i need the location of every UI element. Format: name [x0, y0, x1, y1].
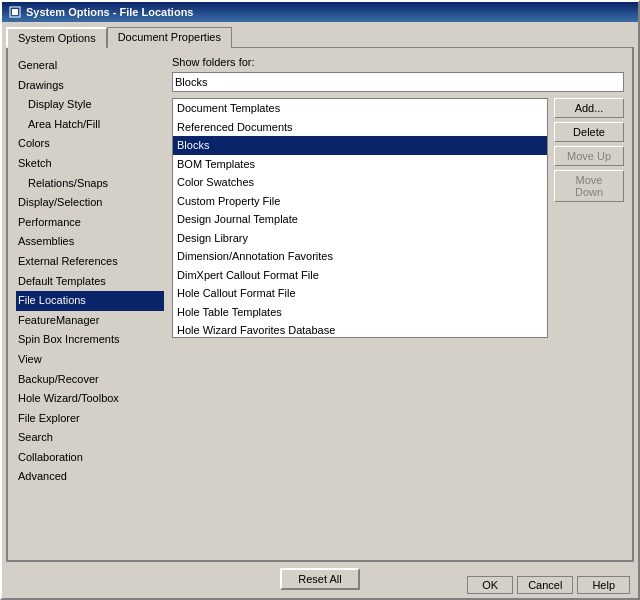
nav-item-default-templates[interactable]: Default Templates [16, 272, 164, 292]
nav-item-file-locations[interactable]: File Locations [16, 291, 164, 311]
nav-item-colors[interactable]: Colors [16, 134, 164, 154]
list-item[interactable]: Custom Property File [173, 192, 547, 211]
nav-item-display-selection[interactable]: Display/Selection [16, 193, 164, 213]
nav-item-performance[interactable]: Performance [16, 213, 164, 233]
list-panel: Document TemplatesReferenced DocumentsBl… [172, 98, 548, 552]
nav-item-drawings[interactable]: Drawings [16, 76, 164, 96]
nav-item-feature-manager[interactable]: FeatureManager [16, 311, 164, 331]
nav-item-hole-wizard[interactable]: Hole Wizard/Toolbox [16, 389, 164, 409]
svg-rect-1 [12, 9, 18, 15]
move-down-button[interactable]: Move Down [554, 170, 624, 202]
list-item[interactable]: Design Journal Template [173, 210, 547, 229]
nav-item-view[interactable]: View [16, 350, 164, 370]
nav-item-external-references[interactable]: External References [16, 252, 164, 272]
list-item[interactable]: DimXpert Callout Format File [173, 266, 547, 285]
list-item[interactable]: Design Library [173, 229, 547, 248]
move-up-button[interactable]: Move Up [554, 146, 624, 166]
list-item[interactable]: Blocks [173, 136, 547, 155]
ok-button[interactable]: OK [467, 576, 513, 594]
nav-item-display-style[interactable]: Display Style [16, 95, 164, 115]
delete-button[interactable]: Delete [554, 122, 624, 142]
cancel-button[interactable]: Cancel [517, 576, 573, 594]
title-bar-icon [8, 5, 22, 19]
nav-item-relations-snaps[interactable]: Relations/Snaps [16, 174, 164, 194]
list-item[interactable]: Hole Table Templates [173, 303, 547, 322]
dropdown-row: Blocks Document Templates Referenced Doc… [172, 72, 624, 92]
folder-listbox[interactable]: Document TemplatesReferenced DocumentsBl… [172, 98, 548, 338]
list-item[interactable]: Hole Wizard Favorites Database [173, 321, 547, 338]
list-item[interactable]: Dimension/Annotation Favorites [173, 247, 547, 266]
tab-system-options[interactable]: System Options [6, 27, 107, 48]
list-item[interactable]: Color Swatches [173, 173, 547, 192]
list-item[interactable]: Document Templates [173, 99, 547, 118]
nav-item-area-hatch[interactable]: Area Hatch/Fill [16, 115, 164, 135]
nav-item-assemblies[interactable]: Assemblies [16, 232, 164, 252]
nav-item-collaboration[interactable]: Collaboration [16, 448, 164, 468]
dialog-inner: System Options Document Properties Gener… [2, 22, 638, 598]
dialog-container: System Options - File Locations System O… [0, 0, 640, 600]
list-item[interactable]: BOM Templates [173, 155, 547, 174]
buttons-panel: Add... Delete Move Up Move Down [554, 98, 624, 552]
tab-content-area: General Drawings Display Style Area Hatc… [6, 47, 634, 562]
nav-item-search[interactable]: Search [16, 428, 164, 448]
dropdown-wrapper: Blocks Document Templates Referenced Doc… [172, 72, 624, 92]
tab-document-properties[interactable]: Document Properties [107, 27, 232, 48]
window-bottom-buttons: OK Cancel Help [467, 576, 630, 594]
title-bar: System Options - File Locations [2, 2, 638, 22]
left-nav-panel: General Drawings Display Style Area Hatc… [16, 56, 164, 552]
add-button[interactable]: Add... [554, 98, 624, 118]
nav-item-spin-box[interactable]: Spin Box Increments [16, 330, 164, 350]
title-bar-text: System Options - File Locations [26, 6, 193, 18]
list-item[interactable]: Hole Callout Format File [173, 284, 547, 303]
nav-item-general[interactable]: General [16, 56, 164, 76]
nav-item-backup-recover[interactable]: Backup/Recover [16, 370, 164, 390]
nav-item-sketch[interactable]: Sketch [16, 154, 164, 174]
help-button[interactable]: Help [577, 576, 630, 594]
right-panel: Show folders for: Blocks Document Templa… [172, 56, 624, 552]
folders-dropdown[interactable]: Blocks Document Templates Referenced Doc… [172, 72, 624, 92]
nav-item-file-explorer[interactable]: File Explorer [16, 409, 164, 429]
nav-item-advanced[interactable]: Advanced [16, 467, 164, 487]
list-item[interactable]: Referenced Documents [173, 118, 547, 137]
show-folders-label: Show folders for: [172, 56, 624, 68]
reset-all-button[interactable]: Reset All [280, 568, 359, 590]
main-area: Document TemplatesReferenced DocumentsBl… [172, 98, 624, 552]
nav-tree: General Drawings Display Style Area Hatc… [16, 56, 164, 487]
tab-bar: System Options Document Properties [6, 26, 634, 47]
